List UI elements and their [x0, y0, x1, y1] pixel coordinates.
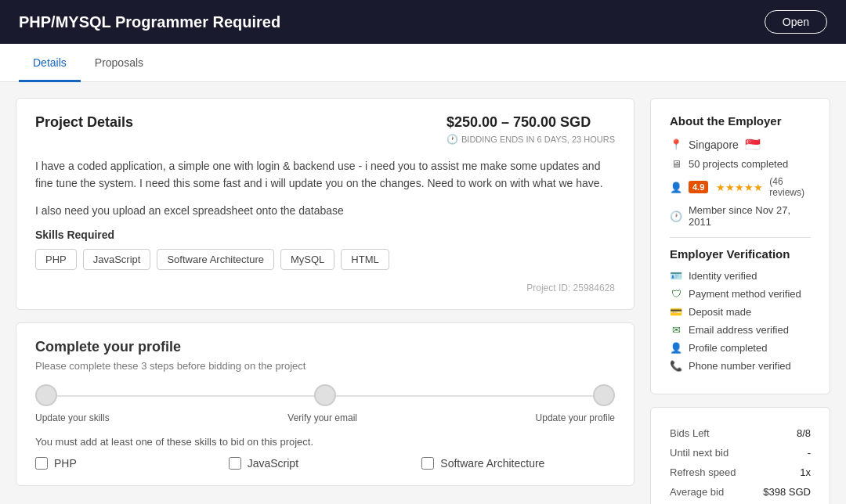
- reviews: (46 reviews): [769, 176, 811, 198]
- complete-profile-card: Complete your profile Please complete th…: [16, 322, 634, 486]
- refresh-speed-label: Refresh speed: [670, 466, 736, 478]
- rating-badge: 4.9: [689, 181, 708, 193]
- phone-icon: 📞: [670, 360, 682, 372]
- bids-left-value: 8/8: [797, 427, 811, 439]
- open-button[interactable]: Open: [765, 10, 827, 34]
- person-icon: 👤: [670, 182, 682, 193]
- until-next-bid-value: -: [808, 447, 811, 459]
- description-2: I also need you upload an excel spreadsh…: [35, 202, 615, 219]
- verification-phone: 📞 Phone number verified: [670, 360, 811, 372]
- step-dot-1: [35, 384, 57, 406]
- member-since: 🕐 Member since Nov 27, 2011: [670, 204, 811, 228]
- identity-icon: 🪪: [670, 270, 682, 282]
- project-details-title: Project Details: [35, 114, 133, 131]
- profile-icon: 👤: [670, 342, 682, 354]
- checkbox-software-architecture-input[interactable]: [421, 457, 434, 470]
- price-range: $250.00 – 750.00 SGD: [446, 114, 615, 131]
- clock-employer-icon: 🕐: [670, 211, 682, 222]
- skill-tag-software-architecture[interactable]: Software Architecture: [157, 249, 274, 270]
- verification-payment: 🛡 Payment method verified: [670, 288, 811, 300]
- page-title: PHP/MYSQL Programmer Required: [19, 13, 280, 31]
- project-details-card: Project Details $250.00 – 750.00 SGD 🕐 B…: [16, 98, 634, 310]
- verification-email: ✉ Email address verified: [670, 324, 811, 336]
- flag-icon: 🇸🇬: [745, 137, 761, 152]
- email-icon: ✉: [670, 324, 682, 336]
- header: PHP/MYSQL Programmer Required Open: [0, 0, 846, 44]
- step-labels: Update your skills Verify your email Upd…: [35, 412, 615, 423]
- divider-1: [670, 237, 811, 238]
- refresh-speed-value: 1x: [800, 466, 811, 478]
- skill-tag-javascript[interactable]: JavaScript: [83, 249, 151, 270]
- verification-profile: 👤 Profile completed: [670, 342, 811, 354]
- bids-table: Bids Left 8/8 Until next bid - Refresh s…: [670, 423, 811, 502]
- skill-tag-mysql[interactable]: MySQL: [280, 249, 334, 270]
- until-next-bid-row: Until next bid -: [670, 443, 811, 463]
- about-employer-title: About the Employer: [670, 114, 811, 128]
- employer-location: 📍 Singapore 🇸🇬: [670, 137, 811, 152]
- clock-icon: 🕐: [446, 134, 458, 145]
- payment-icon: 🛡: [670, 288, 682, 300]
- until-next-bid-label: Until next bid: [670, 447, 728, 459]
- bids-left-label: Bids Left: [670, 427, 710, 439]
- price-row: Project Details $250.00 – 750.00 SGD 🕐 B…: [35, 114, 615, 145]
- bids-info-card: Bids Left 8/8 Until next bid - Refresh s…: [650, 407, 830, 504]
- location-pin-icon: 📍: [670, 139, 682, 150]
- step-label-2: Verify your email: [287, 412, 357, 423]
- average-bid-label: Average bid: [670, 486, 724, 498]
- verification-identity: 🪪 Identity verified: [670, 270, 811, 282]
- skill-tag-html[interactable]: HTML: [341, 249, 389, 270]
- briefcase-icon: 🖥: [670, 158, 682, 170]
- skill-tag-php[interactable]: PHP: [35, 249, 77, 270]
- checkbox-skills-grid: PHP JavaScript Software Architecture: [35, 457, 615, 470]
- verification-deposit: 💳 Deposit made: [670, 306, 811, 318]
- deposit-icon: 💳: [670, 306, 682, 318]
- price-info: $250.00 – 750.00 SGD 🕐 BIDDING ENDS IN 6…: [446, 114, 615, 145]
- skills-title: Skills Required: [35, 229, 615, 241]
- bids-left-row: Bids Left 8/8: [670, 423, 811, 443]
- refresh-speed-row: Refresh speed 1x: [670, 463, 811, 482]
- employer-country: Singapore: [689, 139, 739, 151]
- average-bid-row: Average bid $398 SGD: [670, 482, 811, 502]
- about-employer-card: About the Employer 📍 Singapore 🇸🇬 🖥 50 p…: [650, 98, 830, 394]
- average-bid-value: $398 SGD: [763, 486, 811, 498]
- project-id: Project ID: 25984628: [35, 283, 615, 293]
- steps-info: Please complete these 3 steps before bid…: [35, 360, 615, 372]
- tab-details[interactable]: Details: [19, 44, 81, 82]
- left-column: Project Details $250.00 – 750.00 SGD 🕐 B…: [16, 98, 634, 504]
- main-layout: Project Details $250.00 – 750.00 SGD 🕐 B…: [0, 82, 846, 504]
- tab-proposals[interactable]: Proposals: [81, 44, 157, 82]
- step-label-3: Update your profile: [536, 412, 615, 423]
- stars: ★★★★★: [716, 182, 763, 193]
- checkbox-javascript-input[interactable]: [229, 457, 241, 470]
- step-label-1: Update your skills: [35, 412, 110, 423]
- employer-rating: 👤 4.9 ★★★★★ (46 reviews): [670, 176, 811, 198]
- projects-completed: 🖥 50 projects completed: [670, 158, 811, 170]
- checkbox-javascript[interactable]: JavaScript: [229, 457, 422, 470]
- checkbox-prompt: You must add at least one of these skill…: [35, 436, 615, 448]
- right-column: About the Employer 📍 Singapore 🇸🇬 🖥 50 p…: [650, 98, 830, 504]
- tabs-bar: Details Proposals: [0, 44, 846, 82]
- checkbox-software-architecture[interactable]: Software Architecture: [421, 457, 615, 470]
- skills-list: PHP JavaScript Software Architecture MyS…: [35, 249, 615, 270]
- verification-title: Employer Verification: [670, 247, 811, 261]
- description-1: I have a coded application, a simple one…: [35, 157, 615, 193]
- complete-profile-title: Complete your profile: [35, 339, 615, 355]
- bidding-ends: 🕐 BIDDING ENDS IN 6 DAYS, 23 HOURS: [446, 134, 615, 145]
- step-dot-3: [593, 384, 615, 406]
- checkbox-php-input[interactable]: [35, 457, 48, 470]
- step-dot-2: [314, 384, 336, 406]
- progress-steps: [35, 384, 615, 406]
- checkbox-php[interactable]: PHP: [35, 457, 229, 470]
